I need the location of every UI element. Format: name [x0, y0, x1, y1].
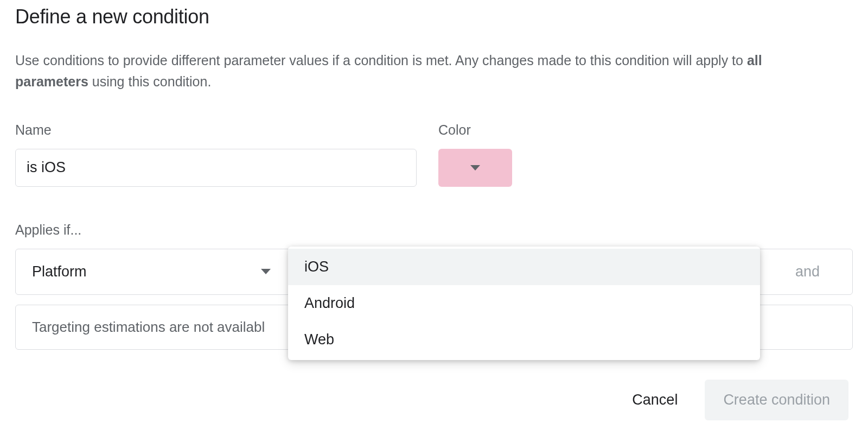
and-label: and — [795, 263, 820, 280]
create-condition-button[interactable]: Create condition — [705, 380, 848, 420]
platform-value-dropdown: iOS Android Web — [288, 247, 760, 360]
applies-if-label: Applies if... — [15, 222, 853, 238]
description-text: Use conditions to provide different para… — [15, 50, 807, 92]
name-label: Name — [15, 122, 417, 138]
chevron-down-icon — [261, 269, 271, 274]
color-select[interactable] — [438, 149, 512, 187]
chevron-down-icon — [470, 165, 480, 171]
condition-row: Platform and iOS Android Web — [15, 249, 853, 295]
cancel-button[interactable]: Cancel — [632, 386, 678, 414]
dropdown-option-android[interactable]: Android — [288, 285, 760, 321]
color-label: Color — [438, 122, 512, 138]
name-input[interactable] — [15, 149, 417, 187]
description-suffix: using this condition. — [88, 74, 212, 89]
estimation-text: Targeting estimations are not availabl — [32, 319, 265, 335]
field-row: Name Color — [15, 122, 853, 187]
name-field-group: Name — [15, 122, 417, 187]
footer-actions: Cancel Create condition — [15, 380, 853, 420]
platform-select-value: Platform — [32, 263, 87, 280]
platform-select[interactable]: Platform — [16, 249, 287, 294]
color-field-group: Color — [438, 122, 512, 187]
description-prefix: Use conditions to provide different para… — [15, 53, 747, 68]
page-title: Define a new condition — [15, 5, 853, 28]
dropdown-option-ios[interactable]: iOS — [288, 249, 760, 285]
dropdown-option-web[interactable]: Web — [288, 321, 760, 358]
